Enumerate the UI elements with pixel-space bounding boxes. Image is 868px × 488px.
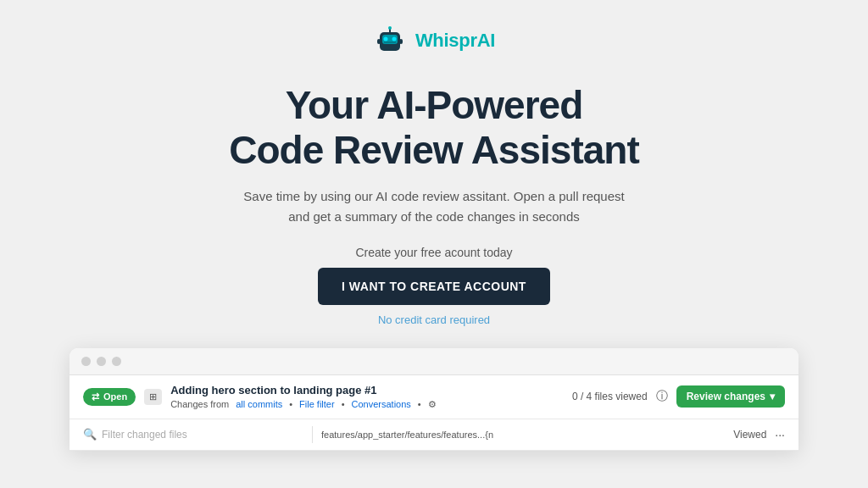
hero-section: Your AI-Powered Code Review Assistant Sa… (229, 83, 638, 227)
logo-text: WhisprAI (415, 30, 495, 52)
pr-open-icon: ⇄ (92, 391, 99, 402)
header: WhisprAI (373, 24, 495, 58)
no-credit-text: No credit card required (378, 313, 490, 326)
pr-merge-icon: ⊞ (144, 389, 162, 405)
review-changes-button[interactable]: Review changes ▾ (676, 385, 785, 408)
browser-titlebar (70, 348, 798, 375)
cta-label: Create your free acount today (355, 246, 512, 259)
pr-all-commits-link[interactable]: all commits (236, 399, 282, 409)
review-changes-label: Review changes (687, 391, 765, 402)
browser-dot-green (112, 357, 121, 366)
svg-rect-7 (377, 39, 381, 44)
hero-subtitle: Save time by using our AI code review as… (229, 186, 638, 227)
browser-dot-yellow (97, 357, 106, 366)
filter-viewed-label: Viewed (733, 429, 766, 441)
pr-meta: Changes from all commits • File filter •… (170, 399, 564, 410)
hero-title: Your AI-Powered Code Review Assistant (229, 83, 638, 173)
filter-divider (312, 426, 313, 443)
svg-rect-8 (399, 39, 403, 44)
pr-separator2: • (342, 399, 345, 409)
logo-accent: AI (477, 30, 495, 51)
filter-row: 🔍 Filter changed files features/app_star… (70, 419, 798, 451)
logo-main: Whispr (415, 30, 477, 51)
filter-search-placeholder: Filter changed files (102, 429, 187, 441)
whispr-logo-icon (373, 24, 407, 58)
pr-changes-label: Changes from (170, 399, 229, 409)
create-account-button[interactable]: I WANT TO CREATE ACCOUNT (318, 268, 550, 305)
pr-open-label: Open (103, 391, 127, 402)
filter-search-area: 🔍 Filter changed files (83, 428, 303, 441)
browser-dot-red (81, 357, 91, 366)
browser-mockup: ⇄ Open ⊞ Adding hero section to landing … (70, 348, 798, 451)
pr-gear[interactable]: ⚙ (428, 399, 437, 410)
hero-title-line1: Your AI-Powered (229, 83, 638, 128)
filter-search-icon: 🔍 (83, 428, 97, 441)
pr-files-viewed: 0 / 4 files viewed (572, 391, 648, 402)
svg-point-6 (388, 26, 392, 30)
pr-info-icon[interactable]: ⓘ (656, 389, 668, 404)
svg-point-2 (383, 37, 387, 42)
pr-title: Adding hero section to landing page #1 (170, 384, 564, 396)
pr-conversations-link[interactable]: Conversations (352, 399, 411, 409)
review-changes-chevron-icon: ▾ (770, 391, 775, 402)
pr-file-filter-link[interactable]: File filter (299, 399, 335, 409)
pr-row: ⇄ Open ⊞ Adding hero section to landing … (70, 375, 798, 419)
pr-separator1: • (289, 399, 292, 409)
cta-section: Create your free acount today I WANT TO … (318, 246, 550, 326)
browser-content: ⇄ Open ⊞ Adding hero section to landing … (70, 375, 798, 451)
hero-title-line2: Code Review Assistant (229, 128, 638, 173)
filter-path: features/app_starter/features/features..… (321, 430, 725, 440)
pr-open-badge: ⇄ Open (83, 388, 136, 406)
svg-point-3 (392, 37, 396, 42)
pr-separator3: • (418, 399, 421, 409)
filter-more-icon[interactable]: ··· (775, 428, 785, 441)
pr-info: Adding hero section to landing page #1 C… (170, 384, 564, 410)
